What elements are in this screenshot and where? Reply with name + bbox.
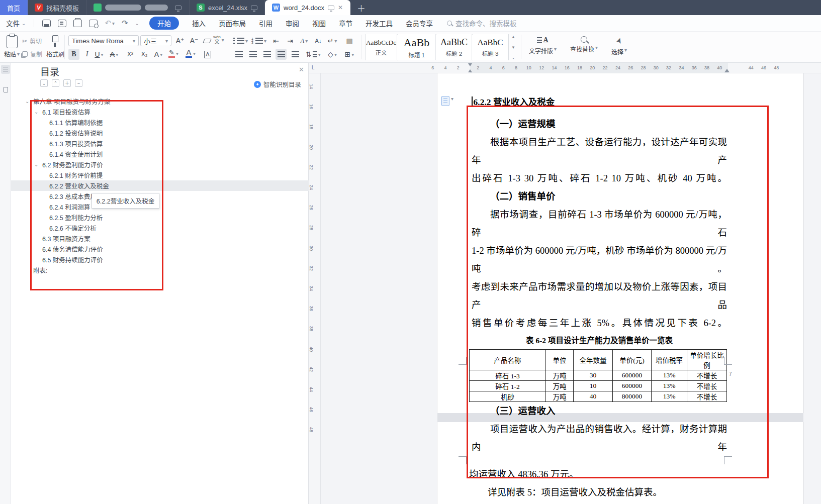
app-tab[interactable]: V 找稻壳模板	[28, 0, 86, 15]
distribute-button[interactable]	[290, 49, 301, 60]
close-icon[interactable]: ✕	[299, 66, 304, 73]
find-replace-button[interactable]: 查找替换▾	[570, 36, 598, 53]
undo-dropdown-icon[interactable]: ▾	[112, 21, 115, 26]
toc-item[interactable]: ⌄ 6.2.4 利润测算	[11, 201, 309, 212]
char-scale-button[interactable]: A▾	[299, 35, 310, 46]
style-item[interactable]: AaBb 标题 1	[398, 34, 436, 60]
screen-cast-icon[interactable]	[251, 6, 257, 10]
toc-item[interactable]: ⌄ 6.2.3 总成本费用	[11, 191, 309, 201]
style-gallery-scroll[interactable]: ▲▼⌄	[510, 35, 517, 60]
toc-item[interactable]: ⌄ 6.5 财务持续能力评价	[11, 254, 309, 265]
tab-stop-selector[interactable]: L	[312, 65, 315, 70]
strikethrough-button[interactable]: A▾	[109, 49, 120, 60]
line-spacing-button[interactable]: ⇅▾	[306, 49, 321, 60]
char-border-button[interactable]: A	[202, 49, 213, 60]
collapse-all-button[interactable]: ⌄	[52, 79, 59, 87]
ribbon-menu-tab[interactable]: 审阅	[286, 18, 299, 28]
smart-toc-button[interactable]: ✦ 智能识别目录	[254, 79, 301, 89]
screen-cast-icon[interactable]	[328, 6, 334, 10]
toc-item[interactable]: ⌄ 6.1.2 投资估算说明	[11, 128, 309, 138]
tab-setting-button[interactable]: ▦	[344, 35, 355, 46]
format-painter-button[interactable]: 格式刷	[46, 35, 64, 58]
align-center-button[interactable]	[247, 49, 258, 60]
char-shading-button[interactable]: A▾	[153, 49, 164, 60]
toc-item[interactable]: ⌄ 6.1.3 项目投资估算	[11, 138, 309, 149]
close-tab-icon[interactable]: ✕	[338, 4, 343, 11]
justify-button[interactable]	[276, 49, 287, 60]
sort-button[interactable]: A↓	[313, 35, 324, 46]
increase-font-button[interactable]: A⁺	[174, 35, 186, 46]
font-color-button[interactable]: A ▾	[185, 48, 196, 59]
navigation-panel-toggle[interactable]	[1, 85, 10, 94]
toc-item[interactable]: ⌄ 6.4 债务清偿能力评价	[11, 244, 309, 254]
show-marks-button[interactable]: ↵▾	[327, 35, 338, 46]
undo-icon[interactable]: ↶	[105, 19, 111, 28]
chevron-down-icon[interactable]: ⌄	[25, 98, 29, 104]
italic-button[interactable]: I	[81, 49, 93, 60]
file-menu[interactable]: 文件 ⌄	[0, 18, 31, 28]
more-commands-icon[interactable]: ⌄	[135, 21, 139, 26]
app-tab[interactable]: S excel_24.xlsx	[190, 0, 265, 15]
increase-indent-button[interactable]: ⇥	[285, 35, 296, 46]
shading-button[interactable]: ◇▾	[327, 49, 338, 60]
chevron-down-icon[interactable]: ⌄	[34, 162, 38, 167]
toc-item[interactable]: ⌄ 6.2 财务盈利能力评价	[11, 159, 309, 170]
horizontal-ruler[interactable]: L 642 2468101214161820222426283032343638…	[309, 63, 821, 73]
toc-item[interactable]: ⌄ 6.2.5 盈利能力分析	[11, 212, 309, 223]
align-left-button[interactable]	[233, 49, 244, 60]
toc-item[interactable]: ⌄ 附表:	[11, 265, 309, 275]
paragraph-handle[interactable]: ▾	[441, 96, 453, 106]
remove-level-button[interactable]: −	[75, 79, 82, 87]
ribbon-menu-tab[interactable]: 章节	[339, 18, 352, 28]
screen-cast-icon[interactable]	[175, 6, 181, 10]
print-icon[interactable]	[73, 20, 82, 27]
ribbon-menu-tab[interactable]: 开始	[149, 17, 179, 30]
align-right-button[interactable]	[261, 49, 272, 60]
text-layout-button[interactable]: A 文字排版▾	[529, 36, 557, 55]
new-tab-button[interactable]: ＋	[350, 0, 372, 15]
style-item[interactable]: AaBbC 标题 3	[473, 34, 508, 60]
toc-item[interactable]: ⌄ 第六章 项目融资与财务方案	[11, 96, 309, 107]
toc-item[interactable]: ⌄ 6.2.1 财务评价前提	[11, 170, 309, 180]
ribbon-menu-tab[interactable]: 引用	[259, 18, 272, 28]
save-icon[interactable]	[42, 20, 51, 27]
app-tab[interactable]: W word_24.docx ✕	[265, 0, 350, 15]
borders-button[interactable]: ⊞▾	[344, 49, 355, 60]
redo-icon[interactable]: ↷	[122, 19, 128, 28]
ribbon-menu-tab[interactable]: 页面布局	[219, 18, 246, 28]
font-size-combo[interactable]: 小三▾	[140, 35, 171, 46]
toc-item[interactable]: ⌄ 6.1 项目投资估算	[11, 107, 309, 117]
document-body[interactable]: （一）运营规模 根据本项目生产工艺、设备运行能力，设计达产年可实现年产出碎石 1…	[472, 115, 727, 456]
font-name-combo[interactable]: Times New Roma▾	[68, 35, 139, 46]
indent-marker[interactable]	[468, 63, 473, 73]
pinyin-guide-button[interactable]: wén文 ▾	[213, 34, 224, 45]
ribbon-menu-tab[interactable]: 视图	[312, 18, 326, 28]
ribbon-menu-tab[interactable]: 会员专享	[406, 18, 433, 28]
vertical-ruler[interactable]: 141618202224262830323436384042444648	[309, 73, 321, 504]
app-tab[interactable]: 首页	[0, 0, 28, 15]
ribbon-menu-tab[interactable]: 插入	[192, 18, 206, 28]
print-preview-icon[interactable]	[89, 20, 98, 27]
toc-item[interactable]: ⌄ 6.2.6 不确定分析	[11, 223, 309, 233]
cut-button[interactable]: ✂剪切	[22, 37, 42, 45]
superscript-button[interactable]: X²	[125, 49, 136, 60]
toc-panel-toggle[interactable]	[1, 65, 10, 74]
decrease-font-button[interactable]: A⁻	[189, 35, 200, 46]
bullets-button[interactable]: ▾	[233, 35, 248, 46]
document-heading[interactable]: 6.2.2 营业收入及税金	[472, 95, 555, 108]
toc-item[interactable]: ⌄ 6.3 项目融资方案	[11, 233, 309, 244]
right-indent-marker[interactable]	[724, 69, 729, 72]
style-item[interactable]: AaBbC 标题 2	[436, 34, 472, 60]
command-search[interactable]: 查找命令、搜索模板	[447, 18, 517, 28]
toc-item[interactable]: ⌄ 6.1.4 资金使用计划	[11, 149, 309, 159]
bold-button[interactable]: B	[68, 49, 79, 60]
highlight-button[interactable]: ✎ ▾	[168, 48, 179, 59]
numbering-button[interactable]: 1 2 3▾	[251, 35, 266, 46]
page2-body-line[interactable]: 详见附表 5：项目运营收入及税金估算表。	[469, 483, 728, 501]
toc-item[interactable]: ⌄ 6.1.1 估算编制依据	[11, 117, 309, 128]
add-level-button[interactable]: ＋	[63, 79, 71, 87]
paste-button[interactable]: 粘贴▾	[4, 35, 20, 58]
decrease-indent-button[interactable]: ⇤	[270, 35, 282, 46]
subscript-button[interactable]: X₂	[139, 49, 150, 60]
app-tab[interactable]	[86, 0, 190, 15]
